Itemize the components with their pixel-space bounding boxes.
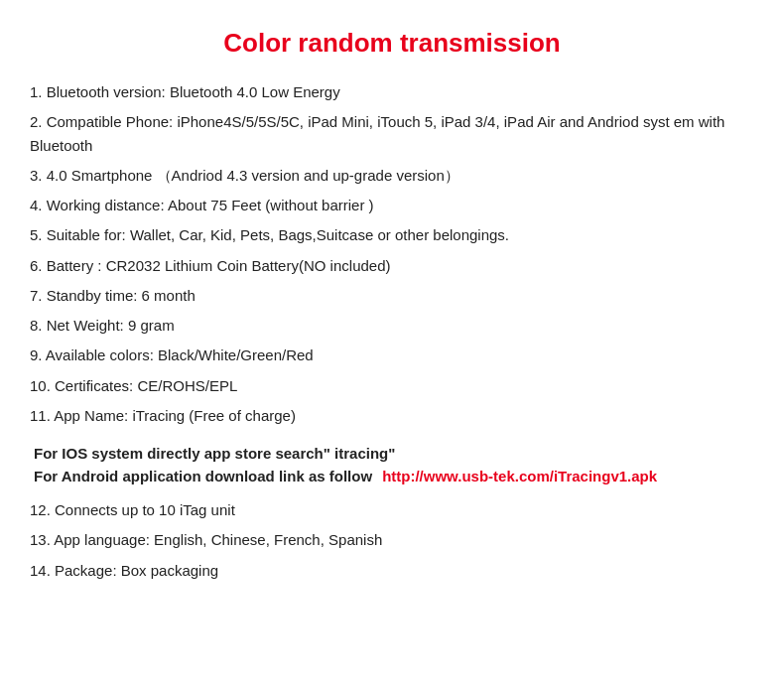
main-list: 1. Bluetooth version: Bluetooth 4.0 Low …: [30, 80, 754, 427]
list-item: 1. Bluetooth version: Bluetooth 4.0 Low …: [30, 80, 754, 103]
list-item: 8. Net Weight: 9 gram: [30, 314, 754, 337]
bottom-list: 12. Connects up to 10 iTag unit13. App l…: [30, 498, 754, 582]
list-item: 10. Certificates: CE/ROHS/EPL: [30, 374, 754, 397]
ios-notice: For IOS system directly app store search…: [30, 445, 754, 462]
list-item: 2. Compatible Phone: iPhone4S/5/5S/5C, i…: [30, 110, 754, 157]
list-item: 7. Standby time: 6 month: [30, 284, 754, 307]
android-notice-line: For Android application download link as…: [34, 468, 754, 484]
list-item: 13. App language: English, Chinese, Fren…: [30, 528, 754, 551]
page-title: Color random transmission: [30, 28, 754, 59]
list-item: 5. Suitable for: Wallet, Car, Kid, Pets,…: [30, 223, 754, 246]
list-item: 9. Available colors: Black/White/Green/R…: [30, 344, 754, 366]
android-notice-text: For Android application download link as…: [34, 468, 372, 484]
list-item: 11. App Name: iTracing (Free of charge): [30, 404, 754, 427]
android-link[interactable]: http://www.usb-tek.com/iTracingv1.apk: [382, 468, 657, 484]
list-item: 14. Package: Box packaging: [30, 559, 754, 582]
list-item: 12. Connects up to 10 iTag unit: [30, 498, 754, 521]
list-item: 3. 4.0 Smartphone （Andriod 4.3 version a…: [30, 164, 754, 187]
list-item: 4. Working distance: About 75 Feet (with…: [30, 194, 754, 216]
list-item: 6. Battery : CR2032 Lithium Coin Battery…: [30, 254, 754, 277]
